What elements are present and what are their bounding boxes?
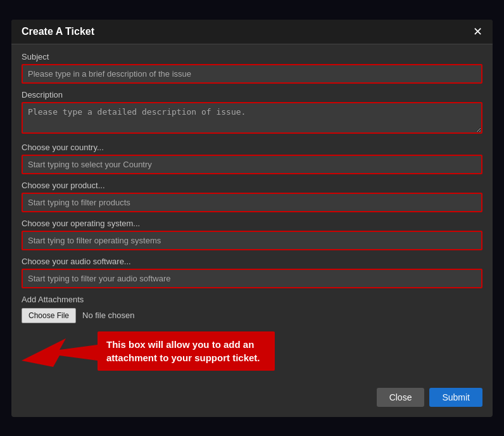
description-field-group: Description [22, 90, 482, 136]
tooltip-arrow-box: This box will allow you to add an attach… [22, 326, 482, 376]
attachments-section: Add Attachments Choose File No file chos… [22, 295, 482, 376]
modal-header: Create A Ticket ✕ [11, 20, 493, 44]
audio-label: Choose your audio software... [22, 257, 482, 266]
choose-file-button[interactable]: Choose File [22, 308, 76, 323]
footer-submit-button[interactable]: Submit [429, 388, 482, 407]
tooltip-arrow-icon [22, 326, 98, 376]
modal-footer: Close Submit [11, 383, 493, 411]
product-input[interactable] [22, 193, 482, 212]
country-input[interactable] [22, 155, 482, 174]
tooltip-text-box: This box will allow you to add an attach… [98, 331, 275, 371]
product-label: Choose your product... [22, 181, 482, 190]
modal-overlay: Create A Ticket ✕ Subject Description Ch… [0, 0, 504, 436]
tooltip-line1: This box will allow you to add an [106, 339, 254, 350]
modal-title: Create A Ticket [22, 26, 94, 37]
country-label: Choose your country... [22, 143, 482, 152]
no-file-label: No file chosen [82, 311, 134, 320]
modal-dialog: Create A Ticket ✕ Subject Description Ch… [11, 20, 493, 417]
audio-field-group: Choose your audio software... [22, 257, 482, 288]
subject-input[interactable] [22, 64, 482, 84]
modal-close-button[interactable]: ✕ [473, 26, 482, 37]
attachments-label: Add Attachments [22, 295, 482, 304]
product-field-group: Choose your product... [22, 181, 482, 212]
os-input[interactable] [22, 231, 482, 250]
os-label: Choose your operating system... [22, 219, 482, 228]
country-field-group: Choose your country... [22, 143, 482, 174]
description-textarea[interactable] [22, 102, 482, 134]
footer-close-button[interactable]: Close [377, 388, 425, 407]
subject-label: Subject [22, 52, 482, 61]
tooltip-line2: attachment to your support ticket. [106, 352, 260, 363]
audio-input[interactable] [22, 269, 482, 288]
svg-marker-0 [22, 338, 98, 367]
attachments-row: Choose File No file chosen [22, 308, 482, 323]
os-field-group: Choose your operating system... [22, 219, 482, 250]
subject-field-group: Subject [22, 52, 482, 84]
modal-body: Subject Description Choose your country.… [11, 44, 493, 383]
description-label: Description [22, 90, 482, 99]
